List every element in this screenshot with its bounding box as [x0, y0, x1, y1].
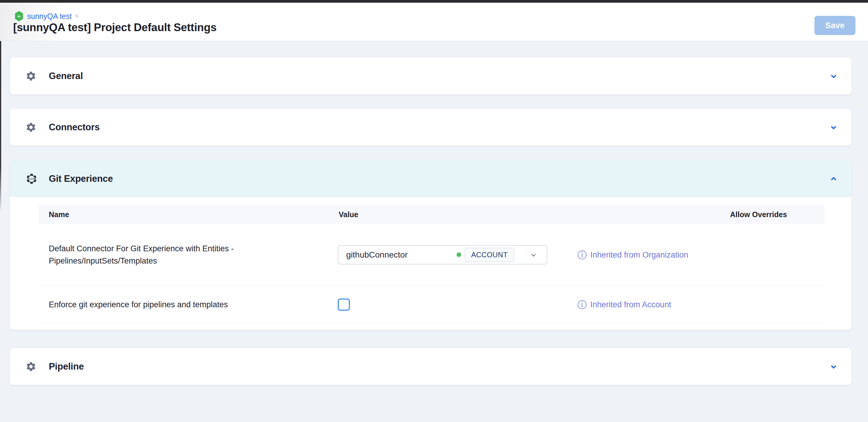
table-row-default-connector: Default Connector For Git Experience wit…: [39, 224, 824, 286]
gear-icon: [25, 361, 36, 372]
chevron-down-icon[interactable]: [828, 361, 839, 372]
svg-text:</>: </>: [29, 177, 34, 180]
column-header-value: Value: [339, 210, 358, 219]
gear-icon: [25, 121, 36, 133]
inherited-label: Inherited from Account: [590, 300, 671, 309]
connector-select-value: githubConnector: [346, 250, 407, 260]
column-header-allow-overrides: Allow Overrides: [730, 210, 787, 219]
section-header-git-experience[interactable]: </> Git Experience: [10, 160, 851, 197]
inherited-from-account-link[interactable]: ⓘ Inherited from Account: [578, 300, 671, 309]
page-header: ∞ sunnyQA test › [sunnyQA test] Project …: [0, 3, 868, 41]
chevron-up-icon[interactable]: [828, 173, 839, 184]
scope-tag-account: ACCOUNT: [465, 248, 514, 262]
gear-icon: [25, 71, 36, 81]
chevron-down-icon[interactable]: [828, 71, 839, 81]
table-header-row: Name Value Allow Overrides: [39, 205, 824, 224]
section-card-pipeline: Pipeline: [10, 348, 851, 385]
section-header-pipeline[interactable]: Pipeline: [10, 348, 851, 385]
breadcrumb-project-link[interactable]: sunnyQA test: [27, 12, 72, 21]
table-row-enforce-git-experience: Enforce git experience for pipelines and…: [39, 286, 824, 323]
inherited-from-organization-link[interactable]: ⓘ Inherited from Organization: [578, 250, 688, 259]
chevron-down-icon[interactable]: [529, 250, 538, 260]
breadcrumb-chevron-icon: ›: [75, 11, 78, 20]
project-hexagon-infinity-icon: ∞: [14, 11, 24, 21]
setting-name: Default Connector For Git Experience wit…: [49, 243, 341, 267]
column-header-name: Name: [49, 210, 69, 219]
section-header-general[interactable]: General: [10, 57, 851, 94]
git-settings-gear-code-icon: </>: [25, 172, 38, 185]
section-title-pipeline: Pipeline: [49, 361, 84, 372]
save-button[interactable]: Save: [814, 16, 856, 35]
connector-status-dot-icon: [457, 252, 461, 257]
page-title: [sunnyQA test] Project Default Settings: [13, 21, 217, 34]
info-icon: ⓘ: [578, 250, 587, 259]
section-title-general: General: [49, 71, 83, 81]
svg-text:∞: ∞: [18, 13, 21, 19]
connector-select[interactable]: githubConnector ACCOUNT: [338, 245, 547, 264]
info-icon: ⓘ: [578, 300, 587, 309]
breadcrumb: ∞ sunnyQA test ›: [14, 11, 78, 21]
section-header-connectors[interactable]: Connectors: [10, 109, 851, 146]
section-title-connectors: Connectors: [49, 122, 100, 133]
section-card-connectors: Connectors: [10, 109, 851, 146]
git-settings-table: Name Value Allow Overrides Default Conne…: [39, 205, 824, 323]
enforce-git-experience-checkbox[interactable]: [338, 299, 350, 311]
section-title-git-experience: Git Experience: [49, 173, 113, 184]
chevron-down-icon[interactable]: [828, 122, 839, 133]
setting-name: Enforce git experience for pipelines and…: [49, 298, 341, 311]
inherited-label: Inherited from Organization: [590, 250, 688, 259]
section-card-general: General: [10, 57, 851, 94]
section-card-git-experience: </> Git Experience Name Value Allow Over…: [10, 160, 851, 330]
window-top-bar: [0, 0, 868, 3]
